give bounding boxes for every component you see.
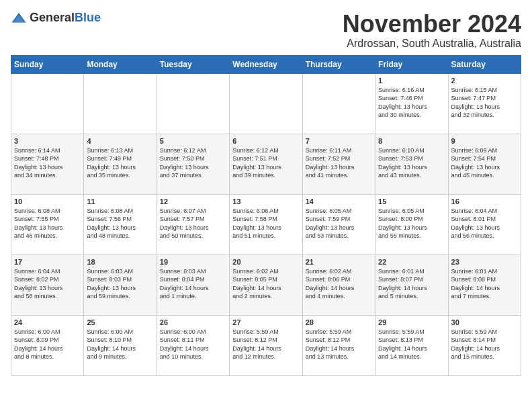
day-info: Sunrise: 6:08 AM Sunset: 7:55 PM Dayligh… xyxy=(14,207,81,240)
calendar-cell xyxy=(302,73,375,134)
day-number: 1 xyxy=(378,77,445,85)
calendar-cell: 12Sunrise: 6:07 AM Sunset: 7:57 PM Dayli… xyxy=(157,194,229,255)
day-info: Sunrise: 6:11 AM Sunset: 7:52 PM Dayligh… xyxy=(306,146,372,180)
day-info: Sunrise: 6:14 AM Sunset: 7:48 PM Dayligh… xyxy=(14,146,81,180)
day-info: Sunrise: 5:59 AM Sunset: 8:13 PM Dayligh… xyxy=(378,328,445,361)
calendar-cell: 26Sunrise: 6:00 AM Sunset: 8:11 PM Dayli… xyxy=(157,315,229,375)
day-number: 16 xyxy=(451,197,518,205)
day-number: 27 xyxy=(232,318,299,326)
calendar-cell: 30Sunrise: 5:59 AM Sunset: 8:14 PM Dayli… xyxy=(448,315,521,375)
calendar-cell: 4Sunrise: 6:13 AM Sunset: 7:49 PM Daylig… xyxy=(84,134,157,194)
logo-text-blue: Blue xyxy=(75,11,101,24)
day-number: 14 xyxy=(306,197,372,205)
day-info: Sunrise: 6:16 AM Sunset: 7:46 PM Dayligh… xyxy=(378,86,445,120)
logo: GeneralBlue xyxy=(11,11,101,25)
calendar-cell: 8Sunrise: 6:10 AM Sunset: 7:53 PM Daylig… xyxy=(375,134,448,194)
calendar-cell: 18Sunrise: 6:03 AM Sunset: 8:03 PM Dayli… xyxy=(84,255,157,315)
calendar-cell: 20Sunrise: 6:02 AM Sunset: 8:05 PM Dayli… xyxy=(230,255,302,315)
day-info: Sunrise: 6:04 AM Sunset: 8:01 PM Dayligh… xyxy=(451,207,518,240)
calendar-cell: 28Sunrise: 5:59 AM Sunset: 8:12 PM Dayli… xyxy=(302,315,375,375)
page-header: GeneralBlue November 2024 Ardrossan, Sou… xyxy=(11,11,521,50)
day-info: Sunrise: 6:13 AM Sunset: 7:49 PM Dayligh… xyxy=(87,146,153,180)
calendar-cell: 1Sunrise: 6:16 AM Sunset: 7:46 PM Daylig… xyxy=(375,73,448,134)
day-info: Sunrise: 6:01 AM Sunset: 8:07 PM Dayligh… xyxy=(378,267,445,301)
day-number: 17 xyxy=(14,258,81,266)
calendar-cell: 19Sunrise: 6:03 AM Sunset: 8:04 PM Dayli… xyxy=(157,255,229,315)
day-info: Sunrise: 6:03 AM Sunset: 8:04 PM Dayligh… xyxy=(160,267,226,301)
day-number: 15 xyxy=(378,197,445,205)
day-number: 6 xyxy=(232,137,299,145)
day-number: 12 xyxy=(160,197,226,205)
day-info: Sunrise: 6:05 AM Sunset: 7:59 PM Dayligh… xyxy=(306,207,372,240)
day-info: Sunrise: 6:09 AM Sunset: 7:54 PM Dayligh… xyxy=(451,146,518,180)
calendar-cell: 15Sunrise: 6:05 AM Sunset: 8:00 PM Dayli… xyxy=(375,194,448,255)
day-info: Sunrise: 6:00 AM Sunset: 8:11 PM Dayligh… xyxy=(160,328,226,361)
day-info: Sunrise: 6:08 AM Sunset: 7:56 PM Dayligh… xyxy=(87,207,153,240)
calendar-week-row: 17Sunrise: 6:04 AM Sunset: 8:02 PM Dayli… xyxy=(11,255,521,315)
calendar-week-row: 1Sunrise: 6:16 AM Sunset: 7:46 PM Daylig… xyxy=(11,73,521,134)
calendar-cell: 25Sunrise: 6:00 AM Sunset: 8:10 PM Dayli… xyxy=(84,315,157,375)
calendar-cell: 24Sunrise: 6:00 AM Sunset: 8:09 PM Dayli… xyxy=(11,315,84,375)
calendar-cell: 22Sunrise: 6:01 AM Sunset: 8:07 PM Dayli… xyxy=(375,255,448,315)
weekday-header-thursday: Thursday xyxy=(302,55,375,73)
day-number: 23 xyxy=(451,258,518,266)
day-info: Sunrise: 6:00 AM Sunset: 8:09 PM Dayligh… xyxy=(14,328,81,361)
day-info: Sunrise: 6:02 AM Sunset: 8:06 PM Dayligh… xyxy=(306,267,372,301)
logo-text-general: General xyxy=(30,11,75,24)
calendar-cell: 9Sunrise: 6:09 AM Sunset: 7:54 PM Daylig… xyxy=(448,134,521,194)
calendar-cell: 27Sunrise: 5:59 AM Sunset: 8:12 PM Dayli… xyxy=(230,315,302,375)
day-number: 9 xyxy=(451,137,518,145)
day-info: Sunrise: 6:01 AM Sunset: 8:08 PM Dayligh… xyxy=(451,267,518,301)
calendar-cell xyxy=(157,73,229,134)
calendar-cell: 11Sunrise: 6:08 AM Sunset: 7:56 PM Dayli… xyxy=(84,194,157,255)
day-number: 5 xyxy=(160,137,226,145)
weekday-header-tuesday: Tuesday xyxy=(157,55,229,73)
calendar-week-row: 10Sunrise: 6:08 AM Sunset: 7:55 PM Dayli… xyxy=(11,194,521,255)
day-number: 13 xyxy=(232,197,299,205)
calendar-cell: 10Sunrise: 6:08 AM Sunset: 7:55 PM Dayli… xyxy=(11,194,84,255)
calendar-cell: 13Sunrise: 6:06 AM Sunset: 7:58 PM Dayli… xyxy=(230,194,302,255)
day-info: Sunrise: 6:15 AM Sunset: 7:47 PM Dayligh… xyxy=(451,86,518,120)
calendar-cell: 2Sunrise: 6:15 AM Sunset: 7:47 PM Daylig… xyxy=(448,73,521,134)
day-number: 21 xyxy=(306,258,372,266)
calendar-cell: 17Sunrise: 6:04 AM Sunset: 8:02 PM Dayli… xyxy=(11,255,84,315)
calendar-cell xyxy=(11,73,84,134)
month-title: November 2024 xyxy=(343,11,521,38)
day-info: Sunrise: 6:00 AM Sunset: 8:10 PM Dayligh… xyxy=(87,328,153,361)
day-number: 19 xyxy=(160,258,226,266)
day-number: 8 xyxy=(378,137,445,145)
calendar-cell: 5Sunrise: 6:12 AM Sunset: 7:50 PM Daylig… xyxy=(157,134,229,194)
weekday-header-monday: Monday xyxy=(84,55,157,73)
weekday-header-saturday: Saturday xyxy=(448,55,521,73)
calendar-cell: 7Sunrise: 6:11 AM Sunset: 7:52 PM Daylig… xyxy=(302,134,375,194)
day-info: Sunrise: 5:59 AM Sunset: 8:12 PM Dayligh… xyxy=(232,328,299,361)
day-number: 20 xyxy=(232,258,299,266)
day-number: 22 xyxy=(378,258,445,266)
calendar-table: SundayMondayTuesdayWednesdayThursdayFrid… xyxy=(11,55,521,376)
day-info: Sunrise: 6:03 AM Sunset: 8:03 PM Dayligh… xyxy=(87,267,153,301)
calendar-cell: 14Sunrise: 6:05 AM Sunset: 7:59 PM Dayli… xyxy=(302,194,375,255)
day-number: 3 xyxy=(14,137,81,145)
day-number: 4 xyxy=(87,137,153,145)
day-number: 10 xyxy=(14,197,81,205)
day-number: 2 xyxy=(451,77,518,85)
calendar-cell xyxy=(84,73,157,134)
title-area: November 2024 Ardrossan, South Australia… xyxy=(343,11,521,50)
day-info: Sunrise: 6:02 AM Sunset: 8:05 PM Dayligh… xyxy=(232,267,299,301)
day-number: 11 xyxy=(87,197,153,205)
calendar-week-row: 3Sunrise: 6:14 AM Sunset: 7:48 PM Daylig… xyxy=(11,134,521,194)
calendar-cell: 23Sunrise: 6:01 AM Sunset: 8:08 PM Dayli… xyxy=(448,255,521,315)
calendar-week-row: 24Sunrise: 6:00 AM Sunset: 8:09 PM Dayli… xyxy=(11,315,521,375)
day-number: 24 xyxy=(14,318,81,326)
day-info: Sunrise: 6:05 AM Sunset: 8:00 PM Dayligh… xyxy=(378,207,445,240)
day-info: Sunrise: 6:07 AM Sunset: 7:57 PM Dayligh… xyxy=(160,207,226,240)
day-number: 26 xyxy=(160,318,226,326)
calendar-header-row: SundayMondayTuesdayWednesdayThursdayFrid… xyxy=(11,55,521,73)
day-number: 29 xyxy=(378,318,445,326)
day-number: 30 xyxy=(451,318,518,326)
weekday-header-wednesday: Wednesday xyxy=(230,55,302,73)
day-info: Sunrise: 6:12 AM Sunset: 7:51 PM Dayligh… xyxy=(232,146,299,180)
calendar-cell: 21Sunrise: 6:02 AM Sunset: 8:06 PM Dayli… xyxy=(302,255,375,315)
logo-icon xyxy=(11,11,27,25)
calendar-cell: 6Sunrise: 6:12 AM Sunset: 7:51 PM Daylig… xyxy=(230,134,302,194)
